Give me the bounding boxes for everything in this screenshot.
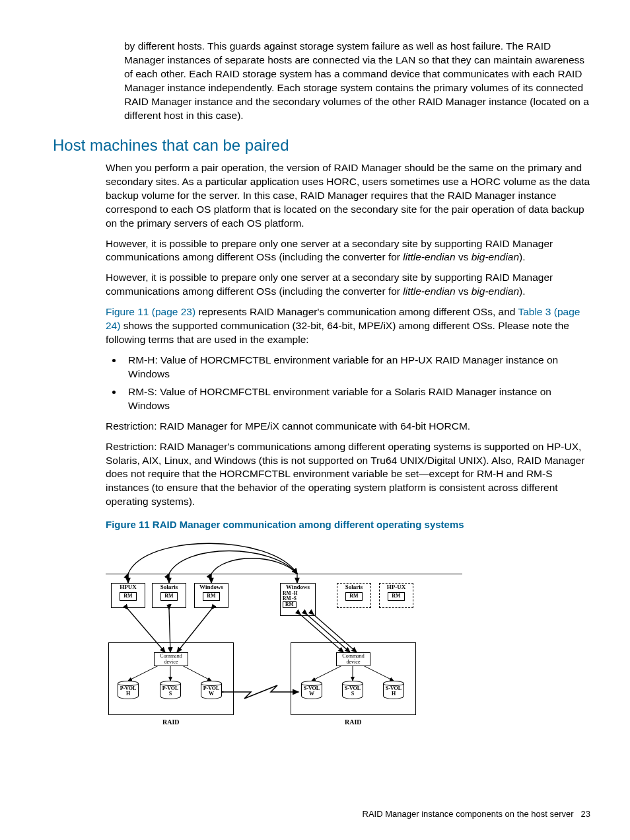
para-1: When you perform a pair operation, the v… <box>106 161 590 231</box>
section-heading: Host machines that can be paired <box>53 135 590 156</box>
bullet-list: RM-H: Value of HORCMFCTBL environment va… <box>106 354 590 413</box>
para-2: However, it is possible to prepare only … <box>106 237 590 265</box>
bullet-item-2: RM-S: Value of HORCMFCTBL environment va… <box>123 385 590 413</box>
para-6: Restriction: RAID Manager's communicatio… <box>106 440 590 510</box>
figure-11-diagram: HPUX RM Solaris RM Windows RM Windows RM… <box>106 537 462 735</box>
bullet-item-1: RM-H: Value of HORCMFCTBL environment va… <box>123 354 590 381</box>
intro-paragraph: by different hosts. This guards against … <box>124 40 590 123</box>
para-4: Figure 11 (page 23) represents RAID Mana… <box>106 305 590 347</box>
para-5: Restriction: RAID Manager for MPE/iX can… <box>106 420 590 434</box>
figure-11-link[interactable]: Figure 11 (page 23) <box>106 306 195 317</box>
figure-11-title: Figure 11 RAID Manager communication amo… <box>106 518 590 531</box>
para-3: However, it is possible to prepare only … <box>106 271 590 299</box>
page-footer: RAID Manager instance components on the … <box>363 808 590 820</box>
